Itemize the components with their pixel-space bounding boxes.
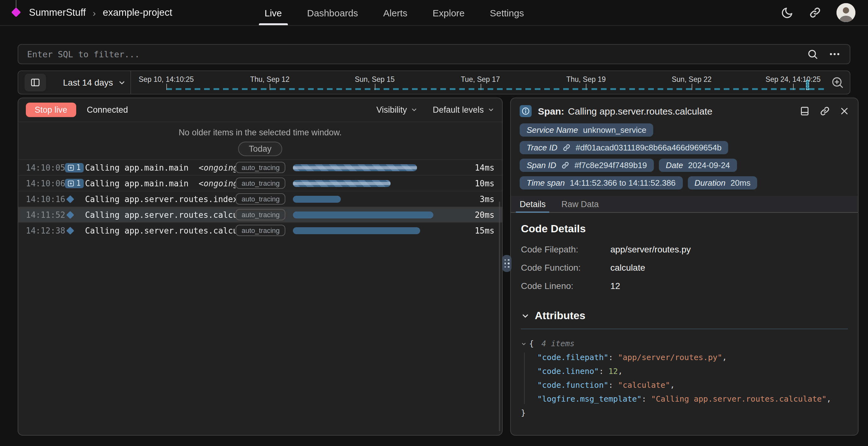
tab-settings[interactable]: Settings <box>490 0 524 25</box>
duration-bar-track <box>293 195 458 202</box>
log-icon-slot <box>65 228 85 233</box>
log-row[interactable]: 14:10:061Calling app.main.main<ongoing?>… <box>18 175 502 191</box>
logo[interactable] <box>12 0 20 25</box>
tag-auto-tracing[interactable]: auto_tracing <box>236 178 285 189</box>
share-link-icon[interactable] <box>809 6 822 19</box>
badge-value: unknown_service <box>583 125 646 135</box>
json-open-brace: { <box>529 337 534 351</box>
log-time: 14:12:38 <box>26 226 65 235</box>
expand-children-badge[interactable]: 1 <box>65 163 84 172</box>
link-icon <box>562 144 571 152</box>
search-icon[interactable] <box>807 49 818 60</box>
log-row[interactable]: 14:10:16Calling app.server.routes.indexa… <box>18 191 502 206</box>
time-range-bar: Last 14 days Sep 10, 14:10:25Thu, Sep 12… <box>18 70 850 94</box>
expand-children-badge[interactable]: 1 <box>65 179 84 188</box>
timeline-tick-label: Thu, Sep 12 <box>250 75 289 83</box>
today-button[interactable]: Today <box>238 141 282 156</box>
breadcrumb: SummerStuff › example-project <box>29 7 172 18</box>
timeline-activity-spike <box>806 80 809 90</box>
sidebar-toggle-icon[interactable] <box>25 74 46 91</box>
timeline-tick-mark <box>793 84 794 90</box>
log-row[interactable]: 14:11:52Calling app.server.routes.calcul… <box>18 206 502 222</box>
duration-bar-track <box>293 227 458 234</box>
badge-value: #df01acad0311189c8b66a466d969654b <box>576 143 721 152</box>
timeline-tick-label: Sep 10, 14:10:25 <box>138 75 194 83</box>
log-time: 14:10:16 <box>26 194 65 204</box>
tab-live[interactable]: Live <box>265 0 282 25</box>
json-collapse-icon[interactable] <box>521 341 527 347</box>
badge-label: Service Name <box>527 125 578 135</box>
json-key: "code.function" <box>537 380 609 390</box>
code-detail-value: app/server/routes.py <box>610 244 848 254</box>
user-avatar[interactable] <box>837 3 856 22</box>
breadcrumb-project[interactable]: example-project <box>103 7 172 18</box>
tag-auto-tracing[interactable]: auto_tracing <box>236 162 285 173</box>
visibility-dropdown[interactable]: Visibility <box>376 105 417 115</box>
json-comma: , <box>827 394 831 404</box>
span-title: Span:Calling app.server.routes.calculate <box>538 106 712 117</box>
tab-dashboards[interactable]: Dashboards <box>307 0 358 25</box>
child-count: 1 <box>76 179 81 187</box>
detail-tab-details[interactable]: Details <box>520 196 546 212</box>
duration-bar <box>293 227 420 234</box>
timeline[interactable]: Sep 10, 14:10:25Thu, Sep 12Sun, Sep 15Tu… <box>131 71 831 94</box>
log-time: 14:10:05 <box>26 163 65 172</box>
sql-filter-input[interactable] <box>27 49 797 59</box>
duration-label: 3ms <box>464 194 494 204</box>
log-row[interactable]: 14:12:38Calling app.server.routes.calcul… <box>18 222 502 238</box>
dark-mode-moon-icon[interactable] <box>780 6 794 19</box>
duration-bar-track <box>293 180 458 187</box>
logo-diamond-icon <box>11 7 21 17</box>
attributes-toggle[interactable]: Attributes <box>521 310 848 322</box>
time-range-select[interactable]: Last 14 days <box>63 77 126 88</box>
duration-bar-track <box>293 164 458 171</box>
badge-label: Trace ID <box>527 143 557 152</box>
timeline-dashed-line <box>166 88 825 90</box>
breadcrumb-org[interactable]: SummerStuff <box>29 7 86 18</box>
timeline-tick-label: Sun, Sep 15 <box>354 75 395 83</box>
badge-date: Date2024-09-24 <box>659 159 737 172</box>
plus-square-icon <box>67 164 74 171</box>
timeline-tick-label: Sep 24, 14:10:25 <box>765 75 820 83</box>
code-details-table: Code Filepath:app/server/routes.pyCode F… <box>521 244 848 291</box>
badge-value: 14:11:52.366 to 14:11:52.386 <box>570 178 676 188</box>
code-detail-value: 12 <box>610 281 848 291</box>
tag-auto-tracing[interactable]: auto_tracing <box>236 209 285 220</box>
duration-bar <box>293 195 341 202</box>
detail-tab-raw-data[interactable]: Raw Data <box>562 196 599 212</box>
close-icon[interactable] <box>840 106 849 116</box>
badge-span-id[interactable]: Span ID#f7c8e294f7489b19 <box>520 159 654 172</box>
badge-trace-id[interactable]: Trace ID#df01acad0311189c8b66a466d969654… <box>520 141 728 154</box>
badge-time-span: Time span14:11:52.366 to 14:11:52.386 <box>520 176 682 189</box>
visibility-label: Visibility <box>376 105 407 115</box>
badge-label: Time span <box>527 178 565 188</box>
tab-explore[interactable]: Explore <box>433 0 465 25</box>
panel-resize-handle[interactable] <box>502 255 512 272</box>
tag-auto-tracing[interactable]: auto_tracing <box>236 193 285 204</box>
zoom-in-icon[interactable] <box>831 76 844 89</box>
default-levels-dropdown[interactable]: Default levels <box>433 105 494 115</box>
badge-row: Service Nameunknown_service <box>520 123 849 137</box>
left-panel-scrollbar[interactable] <box>499 201 500 431</box>
ongoing-label: <ongoing?> <box>199 163 236 172</box>
copy-link-icon[interactable] <box>819 106 830 117</box>
span-diamond-icon <box>66 195 74 203</box>
dock-panel-icon[interactable] <box>799 106 810 117</box>
log-row[interactable]: 14:10:051Calling app.main.main<ongoing?>… <box>18 159 502 175</box>
badge-label: Date <box>666 161 683 170</box>
tag-auto-tracing[interactable]: auto_tracing <box>236 225 285 236</box>
breadcrumb-chevron-icon: › <box>93 7 96 18</box>
json-indent-guide <box>524 352 525 404</box>
badge-duration: Duration20ms <box>687 176 757 189</box>
json-value: 12 <box>609 367 618 376</box>
tab-alerts[interactable]: Alerts <box>383 0 407 25</box>
json-items-count: 4 items <box>541 337 575 351</box>
json-colon: : <box>642 394 651 404</box>
badge-value: 20ms <box>731 178 750 188</box>
stop-live-button[interactable]: Stop live <box>26 103 76 117</box>
duration-label: 15ms <box>464 226 494 235</box>
timeline-tick-mark <box>166 84 167 90</box>
json-entry: "code.lineno": 12, <box>537 364 848 378</box>
badge-label: Span ID <box>527 161 556 170</box>
more-options-icon[interactable] <box>828 48 841 60</box>
